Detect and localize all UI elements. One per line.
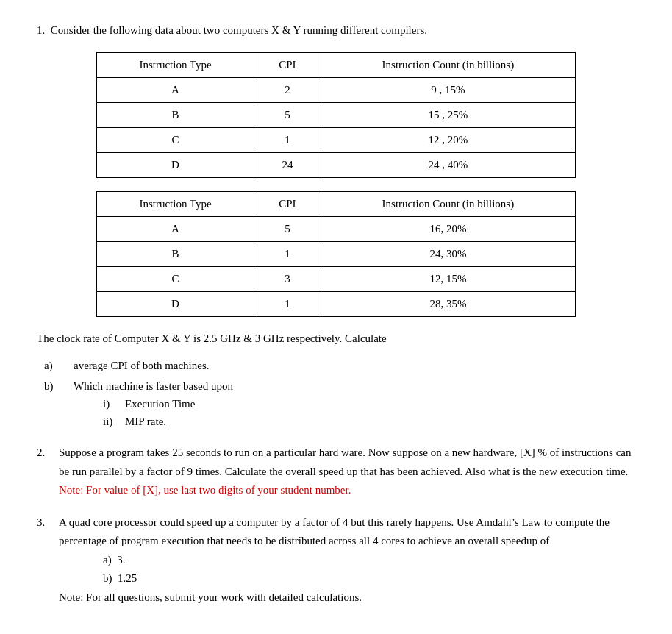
q3-sub-a: a) 3. — [103, 551, 635, 570]
table1-header-col2: CPI — [254, 52, 321, 77]
sub-sub-q-ii: ii) MIP rate. — [103, 413, 635, 430]
sub-q-b-text: Which machine is faster based upon i) Ex… — [74, 377, 635, 430]
table2-r1-c3: 16, 20% — [321, 216, 575, 241]
table2-header-row: Instruction Type CPI Instruction Count (… — [97, 191, 575, 216]
q3-sub-b-label: b) — [103, 572, 112, 584]
table1-r4-c2: 24 — [254, 152, 321, 177]
q3-num-row: 3. A quad core processor could speed up … — [37, 513, 635, 608]
table1-r3-c3: 12 , 20% — [321, 127, 575, 152]
table1-r1-c3: 9 , 15% — [321, 77, 575, 102]
q2-num-row: 2. Suppose a program takes 25 seconds to… — [37, 444, 635, 500]
question-2: 2. Suppose a program takes 25 seconds to… — [37, 444, 635, 500]
table1-r4-c3: 24 , 40% — [321, 152, 575, 177]
table2-r2-c2: 1 — [254, 241, 321, 266]
table2: Instruction Type CPI Instruction Count (… — [96, 191, 575, 317]
table-row: D 1 28, 35% — [97, 291, 575, 316]
page: 1. Consider the following data about two… — [0, 0, 672, 634]
table-row: B 1 24, 30% — [97, 241, 575, 266]
sub-q-b: b) Which machine is faster based upon i)… — [44, 377, 635, 430]
q1-intro-text: Consider the following data about two co… — [51, 24, 427, 36]
table2-r4-c1: D — [97, 291, 254, 316]
q1-intro: 1. Consider the following data about two… — [37, 22, 635, 39]
table2-r2-c3: 24, 30% — [321, 241, 575, 266]
q3-sub-b: b) 1.25 — [103, 569, 635, 588]
q3-note: Note: For all questions, submit your wor… — [59, 588, 635, 608]
table-row: C 1 12 , 20% — [97, 127, 575, 152]
q2-text: Suppose a program takes 25 seconds to ru… — [59, 444, 635, 500]
q3-subs: a) 3. b) 1.25 — [103, 551, 635, 588]
q3-sub-a-text: 3. — [117, 554, 125, 566]
table1-r2-c2: 5 — [254, 102, 321, 127]
table1-r2-c3: 15 , 25% — [321, 102, 575, 127]
table2-r2-c1: B — [97, 241, 254, 266]
table2-header-col3: Instruction Count (in billions) — [321, 191, 575, 216]
question-3: 3. A quad core processor could speed up … — [37, 513, 635, 608]
table2-r3-c3: 12, 15% — [321, 266, 575, 291]
q2-note: Note: For value of [X], use last two dig… — [59, 484, 351, 496]
sub-sub-q-ii-label: ii) — [103, 413, 125, 430]
q1-number: 1. — [37, 24, 51, 36]
q2-main-text: Suppose a program takes 25 seconds to ru… — [59, 446, 632, 477]
sub-q-b-main-text: Which machine is faster based upon — [74, 380, 233, 392]
table-row: C 3 12, 15% — [97, 266, 575, 291]
table2-header-col2: CPI — [254, 191, 321, 216]
table1-r1-c1: A — [97, 77, 254, 102]
sub-questions: a) average CPI of both machines. b) Whic… — [44, 357, 635, 430]
sub-q-a-label: a) — [44, 357, 74, 374]
table-row: D 24 24 , 40% — [97, 152, 575, 177]
table1: Instruction Type CPI Instruction Count (… — [96, 52, 575, 178]
clock-rate-text: The clock rate of Computer X & Y is 2.5 … — [37, 330, 635, 347]
q3-main-text: A quad core processor could speed up a c… — [59, 516, 610, 547]
table2-r4-c3: 28, 35% — [321, 291, 575, 316]
q3-text: A quad core processor could speed up a c… — [59, 513, 635, 608]
q3-number: 3. — [37, 513, 59, 533]
table2-r3-c2: 3 — [254, 266, 321, 291]
table1-header-col1: Instruction Type — [97, 52, 254, 77]
q3-sub-b-text: 1.25 — [118, 572, 137, 584]
sub-q-a: a) average CPI of both machines. — [44, 357, 635, 374]
table-row: A 2 9 , 15% — [97, 77, 575, 102]
table2-r1-c1: A — [97, 216, 254, 241]
table2-container: Instruction Type CPI Instruction Count (… — [37, 191, 635, 317]
question-1: 1. Consider the following data about two… — [37, 22, 635, 430]
table1-container: Instruction Type CPI Instruction Count (… — [37, 52, 635, 178]
table1-r2-c1: B — [97, 102, 254, 127]
table-row: A 5 16, 20% — [97, 216, 575, 241]
sub-sub-q-ii-text: MIP rate. — [125, 413, 166, 430]
q2-number: 2. — [37, 444, 59, 463]
q3-sub-a-label: a) — [103, 554, 112, 566]
table2-header-col1: Instruction Type — [97, 191, 254, 216]
table2-r4-c2: 1 — [254, 291, 321, 316]
sub-sub-q-i-label: i) — [103, 395, 125, 413]
table-row: B 5 15 , 25% — [97, 102, 575, 127]
table2-r3-c1: C — [97, 266, 254, 291]
table1-header-row: Instruction Type CPI Instruction Count (… — [97, 52, 575, 77]
table1-r1-c2: 2 — [254, 77, 321, 102]
sub-sub-q-i: i) Execution Time — [103, 395, 635, 413]
table1-r3-c2: 1 — [254, 127, 321, 152]
sub-sub-q-i-text: Execution Time — [125, 395, 195, 413]
table1-r4-c1: D — [97, 152, 254, 177]
table1-header-col3: Instruction Count (in billions) — [321, 52, 575, 77]
table1-r3-c1: C — [97, 127, 254, 152]
sub-q-a-text: average CPI of both machines. — [74, 357, 635, 374]
table2-r1-c2: 5 — [254, 216, 321, 241]
sub-q-b-label: b) — [44, 377, 74, 430]
